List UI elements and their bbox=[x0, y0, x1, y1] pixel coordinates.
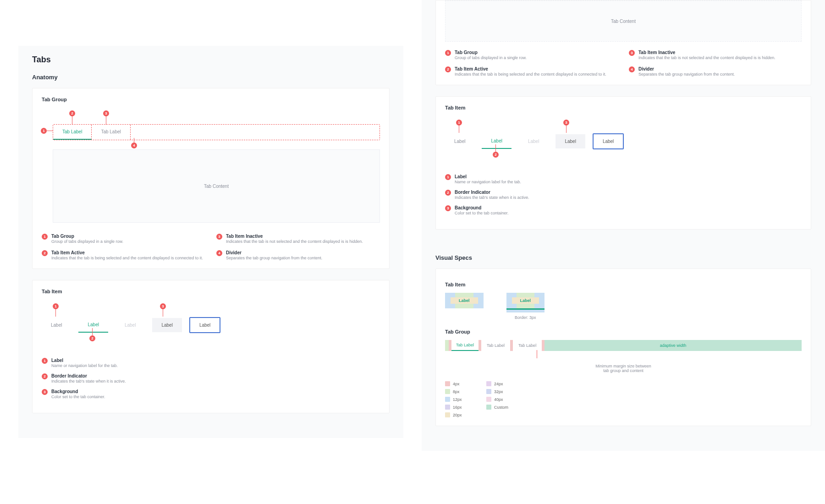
card-title: Tab Item bbox=[42, 289, 380, 294]
tab-row-outline: Tab Label Tab Label bbox=[53, 124, 380, 140]
left-column: Tabs Anatomy Tab Group 1 2 bbox=[0, 0, 403, 451]
legend-8px: 8px bbox=[445, 389, 486, 394]
tab-filler bbox=[131, 125, 380, 140]
legend-term: Label bbox=[51, 358, 380, 363]
tab-item-states-row: 1 3 2 Label Label Label bbox=[42, 303, 380, 353]
tab-state-hover[interactable]: Label bbox=[556, 134, 585, 148]
anatomy-legend: 1 Tab Group Group of tabs displayed in a… bbox=[42, 234, 380, 260]
marker-badge: 3 bbox=[445, 205, 451, 211]
marker-1: 1 bbox=[53, 303, 59, 317]
tab-content-placeholder: Tab Content bbox=[445, 0, 802, 42]
marker-1: 1 bbox=[456, 120, 462, 133]
spec-swatch-active: Label Border: 3px bbox=[506, 293, 545, 320]
spec-label: Label bbox=[517, 297, 535, 304]
marker-badge: 2 bbox=[493, 152, 499, 158]
tab-state-focus[interactable]: Label bbox=[593, 133, 624, 149]
legend-desc: Indicates the tab's state when it is act… bbox=[455, 195, 802, 200]
marker-badge: 4 bbox=[131, 142, 137, 148]
tab-state-default[interactable]: Label bbox=[42, 318, 71, 332]
tab-inactive[interactable]: Tab Label bbox=[92, 125, 130, 140]
page-anatomy: Tabs Anatomy Tab Group 1 2 bbox=[18, 46, 403, 438]
spec-adaptive-width: adaptive width bbox=[544, 340, 802, 351]
card-tab-item-anatomy: Tab Item 1 3 2 bbox=[32, 280, 390, 413]
marker-badge: 3 bbox=[216, 234, 222, 240]
marker-badge: 3 bbox=[103, 110, 109, 116]
card-title: Tab Group bbox=[42, 97, 380, 102]
spec-tab[interactable]: Tab Label bbox=[481, 340, 510, 351]
card-tab-group-cont: Tab Content 1 Tab Group Group of tabs di… bbox=[435, 0, 811, 85]
legend-desc: Group of tabs displayed in a single row. bbox=[51, 239, 205, 244]
tab-state-disabled: Label bbox=[519, 134, 548, 148]
legend-item: 3 Background Color set to the tab contai… bbox=[42, 389, 380, 399]
legend-desc: Separates the tab group navigation from … bbox=[226, 256, 380, 260]
legend-item: 2 Tab Item Active Indicates that the tab… bbox=[42, 250, 205, 260]
marker-badge: 2 bbox=[42, 373, 48, 379]
legend-item: 3 Tab Item Inactive Indicates that the t… bbox=[216, 234, 380, 244]
legend-term: Border Indicator bbox=[455, 190, 802, 195]
legend-desc: Name or navigation label for the tab. bbox=[455, 180, 802, 184]
legend-desc: Indicates the tab's state when it is act… bbox=[51, 379, 380, 383]
content-label: Tab Content bbox=[204, 184, 229, 189]
legend-item: 2 Border Indicator Indicates the tab's s… bbox=[42, 373, 380, 383]
spec-tab-items: Label Label Border: 3px bbox=[445, 293, 802, 320]
legend-term: Background bbox=[455, 205, 802, 210]
content-label: Tab Content bbox=[611, 19, 636, 24]
tab-active[interactable]: Tab Label bbox=[53, 125, 92, 140]
spacing-legend: 4px 24px 8px 32px 12px 40px 16px Custom … bbox=[445, 381, 802, 417]
legend-item: 1 Tab Group Group of tabs displayed in a… bbox=[445, 50, 618, 60]
legend-item: 1 Label Name or navigation label for the… bbox=[445, 174, 802, 184]
marker-badge: 1 bbox=[456, 120, 462, 126]
legend-term: Tab Item Active bbox=[51, 250, 205, 255]
anatomy-drawing: 1 2 3 Tab Label Tab Labe bbox=[42, 111, 380, 223]
tab-state-focus[interactable]: Label bbox=[189, 317, 220, 333]
legend-desc: Color set to the tab container. bbox=[455, 211, 802, 215]
spec-tab-active[interactable]: Tab Label bbox=[451, 340, 478, 351]
tab-item-legend: 1 Label Name or navigation label for the… bbox=[42, 358, 380, 399]
legend-40px: 40px bbox=[486, 397, 528, 402]
legend-item: 4 Divider Separates the tab group naviga… bbox=[629, 66, 802, 77]
legend-term: Label bbox=[455, 174, 802, 179]
spec-subtitle: Tab Group bbox=[445, 329, 802, 334]
marker-badge: 4 bbox=[629, 66, 635, 72]
legend-term: Divider bbox=[226, 250, 380, 255]
page-title: Tabs bbox=[32, 55, 390, 65]
spec-tab[interactable]: Tab Label bbox=[513, 340, 542, 351]
legend-desc: Name or navigation label for the tab. bbox=[51, 363, 380, 368]
marker-2: 2 bbox=[89, 328, 95, 341]
marker-badge: 1 bbox=[42, 234, 48, 240]
spec-subtitle: Tab Item bbox=[445, 282, 802, 287]
marker-badge: 1 bbox=[42, 358, 48, 364]
tab-state-disabled: Label bbox=[116, 318, 145, 332]
legend-20px: 20px bbox=[445, 412, 486, 417]
marker-4: 4 bbox=[131, 138, 137, 148]
tab-state-hover[interactable]: Label bbox=[152, 318, 182, 332]
legend-term: Tab Group bbox=[51, 234, 205, 239]
legend-4px: 4px bbox=[445, 381, 486, 386]
legend-desc: Color set to the tab container. bbox=[51, 394, 380, 399]
legend-term: Tab Group bbox=[455, 50, 618, 55]
marker-3: 3 bbox=[563, 120, 569, 133]
legend-term: Border Indicator bbox=[51, 373, 380, 378]
right-column: Tab Content 1 Tab Group Group of tabs di… bbox=[422, 0, 825, 451]
marker-badge: 3 bbox=[563, 120, 569, 126]
legend-term: Tab Item Inactive bbox=[226, 234, 380, 239]
marker-badge: 1 bbox=[445, 50, 451, 56]
tab-state-default[interactable]: Label bbox=[445, 134, 474, 148]
legend-term: Tab Item Active bbox=[455, 66, 618, 71]
card-tab-group-anatomy: Tab Group 1 2 3 bbox=[32, 88, 390, 269]
spec-swatch-default: Label bbox=[445, 293, 484, 308]
legend-desc: Indicates that the tab is not selected a… bbox=[638, 55, 802, 60]
marker-badge: 1 bbox=[445, 174, 451, 180]
marker-badge: 2 bbox=[445, 190, 451, 196]
marker-2: 2 bbox=[69, 110, 75, 125]
legend-term: Tab Item Inactive bbox=[638, 50, 802, 55]
legend-desc: Group of tabs displayed in a single row. bbox=[455, 55, 618, 60]
tab-item-states-row: 1 3 2 Label Label Label Label La bbox=[445, 120, 802, 170]
marker-1: 1 bbox=[41, 128, 53, 134]
legend-item: 3 Tab Item Inactive Indicates that the t… bbox=[629, 50, 802, 60]
section-anatomy-heading: Anatomy bbox=[32, 74, 390, 81]
card-tab-item-anatomy-2: Tab Item 1 3 2 Label Label bbox=[435, 96, 811, 230]
legend-32px: 32px bbox=[486, 389, 528, 394]
legend-item: 3 Background Color set to the tab contai… bbox=[445, 205, 802, 215]
spec-margin-note: Minimum margin size between tab group an… bbox=[445, 364, 802, 373]
